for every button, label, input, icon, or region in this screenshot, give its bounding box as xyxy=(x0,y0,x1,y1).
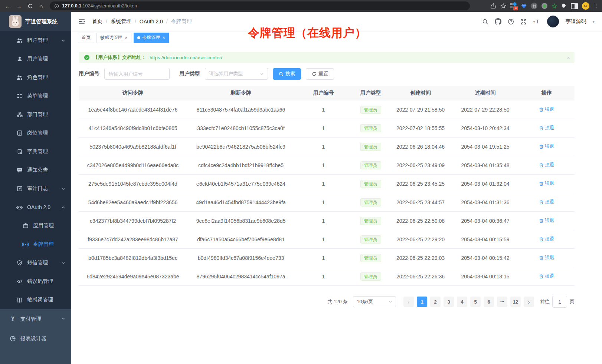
url-bar[interactable]: 127.0.0.1:1024/system/oauth2/token xyxy=(50,1,470,10)
alert-doc-link[interactable]: https://doc.iocoder.cn/user-center/ xyxy=(150,55,222,60)
access-token-cell: 502375b8040a469a9b82188afdf6af1f xyxy=(79,138,187,156)
sidebar-item-label: 通知公告 xyxy=(27,167,48,173)
page-button-2[interactable]: 2 xyxy=(430,297,441,307)
page-button-4[interactable]: 4 xyxy=(457,297,467,307)
sidebar-item-报表设计器[interactable]: 报表设计器 xyxy=(0,329,71,348)
next-page-button[interactable]: › xyxy=(524,297,534,307)
dot-extension-icon[interactable] xyxy=(542,3,547,9)
help-icon[interactable] xyxy=(508,19,514,25)
tab-首页[interactable]: 首页 xyxy=(78,33,94,43)
bookmark-star-icon[interactable] xyxy=(500,3,506,9)
force-logout-button[interactable]: 强退 xyxy=(539,273,554,279)
user-id-input[interactable] xyxy=(104,68,170,80)
sidebar-item-岗位管理[interactable]: 岗位管理 xyxy=(0,124,71,142)
site-info-icon[interactable] xyxy=(54,4,59,9)
share-icon[interactable] xyxy=(490,3,496,9)
goto-page-input[interactable] xyxy=(552,296,567,308)
browser-forward-icon[interactable]: → xyxy=(14,1,24,11)
column-header: 过期时间 xyxy=(452,86,518,100)
page-button-1[interactable]: 1 xyxy=(417,297,427,307)
page-button-5[interactable]: 5 xyxy=(470,297,481,307)
tab-close-icon[interactable]: × xyxy=(163,35,166,40)
force-logout-button[interactable]: 强退 xyxy=(539,199,554,205)
force-logout-button[interactable]: 强退 xyxy=(539,162,554,168)
chevron-down-icon xyxy=(61,39,65,43)
breadcrumb-item[interactable]: OAuth 2.0 xyxy=(140,19,163,24)
sidebar-item-通知公告[interactable]: 通知公告 xyxy=(0,161,71,179)
alert-close-icon[interactable]: × xyxy=(567,54,570,61)
tab-close-icon[interactable]: × xyxy=(125,35,128,40)
table-row: 54d6be82ee5a460a9aedc1f9bf22365649d1aa46… xyxy=(79,193,575,212)
force-logout-button[interactable]: 强退 xyxy=(539,106,554,113)
force-logout-button[interactable]: 强退 xyxy=(539,217,554,224)
sidebar-item-支付管理[interactable]: ¥支付管理 xyxy=(0,309,71,329)
extensions-puzzle-icon[interactable] xyxy=(561,3,567,9)
breadcrumb-item[interactable]: 首页 xyxy=(92,18,102,25)
sidebar-item-应用管理[interactable]: 应用管理 xyxy=(0,216,71,235)
token-signal-icon xyxy=(22,241,29,248)
tab-active-dot-icon xyxy=(137,36,140,39)
page-button-12[interactable]: 12 xyxy=(510,297,521,307)
sidebar-item-令牌管理[interactable]: 令牌管理 xyxy=(0,235,71,254)
browser-home-icon[interactable]: ⌂ xyxy=(36,1,46,11)
reset-button[interactable]: 重置 xyxy=(306,68,334,80)
page-button-6[interactable]: 6 xyxy=(484,297,494,307)
action-cell: 强退 xyxy=(518,267,575,286)
user-name[interactable]: 芋道源码 xyxy=(565,18,586,25)
expire-time-cell: 2054-03-04 01:31:36 xyxy=(452,193,518,212)
sidebar-item-角色管理[interactable]: 角色管理 xyxy=(0,68,71,87)
sidebar-item-短信管理[interactable]: 短信管理 xyxy=(0,254,71,272)
refresh-token-cell: cdfc4ce9c2da4bb1bdf21b9918ff4be5 xyxy=(187,156,295,175)
breadcrumb-item[interactable]: 系统管理 xyxy=(111,18,131,25)
search-button[interactable]: 搜索 xyxy=(273,68,301,80)
user-type-select[interactable]: 请选择用户类型 xyxy=(205,68,268,80)
sidebar-item-错误码管理[interactable]: 错误码管理 xyxy=(0,272,71,291)
url-host: 127.0.0.1 xyxy=(62,3,81,9)
font-size-icon[interactable]: TT xyxy=(533,19,541,24)
column-header: 用户编号 xyxy=(295,86,352,100)
browser-menu-icon[interactable]: ⋮ xyxy=(593,3,599,9)
sidebar-item-label: 支付管理 xyxy=(20,316,41,322)
page-ellipsis[interactable]: ••• xyxy=(497,297,507,307)
gem-extension-icon[interactable] xyxy=(521,3,527,9)
split-view-icon[interactable] xyxy=(571,3,578,9)
force-logout-button[interactable]: 强退 xyxy=(539,236,554,242)
force-logout-button[interactable]: 强退 xyxy=(539,254,554,261)
force-logout-button[interactable]: 强退 xyxy=(539,180,554,187)
tab-敏感词管理[interactable]: 敏感词管理× xyxy=(96,33,131,43)
fullscreen-icon[interactable] xyxy=(520,19,527,25)
action-cell: 强退 xyxy=(518,230,575,249)
force-logout-button[interactable]: 强退 xyxy=(539,143,554,150)
sidebar-item-菜单管理[interactable]: 菜单管理 xyxy=(0,87,71,105)
browser-back-icon[interactable]: ← xyxy=(3,1,13,11)
breadcrumb-separator: / xyxy=(135,19,136,24)
page-size-select[interactable]: 10条/页 xyxy=(353,296,396,307)
sidebar-item-用户管理[interactable]: 用户管理 xyxy=(0,50,71,68)
sidebar-item-租户管理[interactable]: 租户管理 xyxy=(0,31,71,50)
refresh-token-cell: b0df4980ffd34c67a08f9156e4eee733 xyxy=(187,249,295,267)
refresh-token-cell: 49d1aa46d1454fbd87591444423be9fa xyxy=(187,193,295,212)
extension-blocker-icon[interactable]: 9 xyxy=(510,3,517,9)
menu-tree-icon xyxy=(16,93,23,99)
sidebar-item-敏感词管理[interactable]: 敏感词管理 xyxy=(0,291,71,309)
sidebar-item-部门管理[interactable]: 部门管理 xyxy=(0,105,71,124)
pagination-total: 共 120 条 xyxy=(327,298,348,305)
filter-form: 用户编号 用户类型 请选择用户类型 搜索 重置 xyxy=(79,68,575,80)
sidebar-fold-icon[interactable] xyxy=(78,18,85,25)
command-extension-icon[interactable] xyxy=(531,3,537,9)
sidebar-item-审计日志[interactable]: 审计日志 xyxy=(0,179,71,198)
user-avatar[interactable] xyxy=(547,16,559,27)
github-icon[interactable] xyxy=(495,18,501,25)
app-logo-row: 芋道管理系统 xyxy=(0,12,71,31)
tab-令牌管理[interactable]: 令牌管理× xyxy=(134,33,169,43)
star-extension-icon[interactable] xyxy=(552,3,557,9)
browser-reload-icon[interactable] xyxy=(25,1,35,11)
force-logout-button[interactable]: 强退 xyxy=(539,125,554,131)
user-type-badge: 管理员 xyxy=(360,161,381,169)
sidebar-item-OAuth 2.0[interactable]: OAuth 2.0 xyxy=(0,198,71,216)
sidebar-item-字典管理[interactable]: 字典管理 xyxy=(0,142,71,161)
profile-avatar-icon[interactable] xyxy=(582,2,589,10)
page-button-3[interactable]: 3 xyxy=(444,297,454,307)
chevron-down-icon[interactable]: ▾ xyxy=(592,19,595,24)
search-icon[interactable] xyxy=(482,19,488,25)
